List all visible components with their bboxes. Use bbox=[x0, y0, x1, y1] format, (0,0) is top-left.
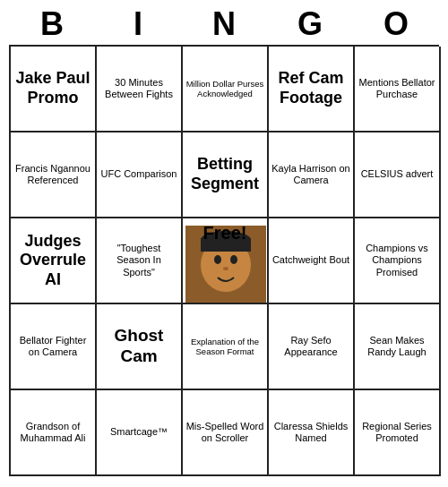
letter-o: O bbox=[353, 5, 439, 43]
cell-text: Explanation of the Season Format bbox=[185, 337, 264, 357]
bingo-cell-r4c2: Mis-Spelled Word on Scroller bbox=[183, 390, 269, 476]
cell-text: Mentions Bellator Purchase bbox=[358, 77, 436, 100]
svg-point-2 bbox=[214, 255, 221, 264]
bingo-cell-r2c1: "Toughest Season In Sports" bbox=[97, 218, 183, 304]
cell-text: Ref Cam Footage bbox=[271, 69, 350, 107]
bingo-cell-r0c4: Mentions Bellator Purchase bbox=[355, 47, 441, 132]
cell-text: Kayla Harrison on Camera bbox=[271, 163, 350, 186]
bingo-cell-r0c3: Ref Cam Footage bbox=[269, 47, 355, 132]
cell-text: Jake Paul Promo bbox=[13, 69, 92, 107]
cell-text: Ray Sefo Appearance bbox=[271, 335, 350, 358]
bingo-cell-r2c3: Catchweight Bout bbox=[269, 218, 355, 304]
cell-text: Ghost Cam bbox=[99, 326, 178, 367]
bingo-cell-r0c0: Jake Paul Promo bbox=[11, 47, 97, 132]
bingo-cell-r3c0: Bellator Fighter on Camera bbox=[11, 304, 97, 390]
letter-n: N bbox=[181, 5, 267, 43]
bingo-cell-r4c1: Smartcage™ bbox=[97, 390, 183, 476]
bingo-cell-r1c1: UFC Comparison bbox=[97, 132, 183, 218]
bingo-cell-r2c0: Judges Overrule AI bbox=[11, 218, 97, 304]
bingo-cell-r1c4: CELSIUS advert bbox=[355, 132, 441, 218]
bingo-header: B I N G O bbox=[9, 5, 439, 43]
cell-text: CELSIUS advert bbox=[361, 168, 434, 180]
cell-text: Betting Segment bbox=[185, 155, 264, 193]
bingo-cell-r1c0: Francis Ngannou Referenced bbox=[11, 132, 97, 218]
cell-text: Grandson of Muhammad Ali bbox=[13, 421, 92, 444]
bingo-cell-r2c4: Champions vs Champions Promised bbox=[355, 218, 441, 304]
cell-text: Regional Series Promoted bbox=[358, 421, 436, 444]
cell-text: Bellator Fighter on Camera bbox=[13, 335, 92, 358]
bingo-cell-r3c4: Sean Makes Randy Laugh bbox=[355, 304, 441, 390]
letter-b: B bbox=[9, 5, 95, 43]
cell-text: Judges Overrule AI bbox=[13, 232, 92, 290]
bingo-cell-r4c4: Regional Series Promoted bbox=[355, 390, 441, 476]
cell-text: Catchweight Bout bbox=[272, 254, 349, 266]
cell-text: Francis Ngannou Referenced bbox=[13, 163, 92, 186]
bingo-cell-r3c3: Ray Sefo Appearance bbox=[269, 304, 355, 390]
cell-text: Million Dollar Purses Acknowledged bbox=[185, 79, 264, 99]
free-label: Free! bbox=[203, 222, 247, 244]
bingo-cell-r0c1: 30 Minutes Between Fights bbox=[97, 47, 183, 132]
bingo-cell-r2c2: Free! bbox=[183, 218, 269, 304]
bingo-cell-r3c2: Explanation of the Season Format bbox=[183, 304, 269, 390]
bingo-cell-r4c3: Claressa Shields Named bbox=[269, 390, 355, 476]
letter-i: I bbox=[95, 5, 181, 43]
bingo-cell-r1c3: Kayla Harrison on Camera bbox=[269, 132, 355, 218]
svg-point-4 bbox=[223, 267, 228, 270]
bingo-cell-r3c1: Ghost Cam bbox=[97, 304, 183, 390]
bingo-grid: Jake Paul Promo30 Minutes Between Fights… bbox=[9, 45, 439, 476]
svg-point-3 bbox=[230, 255, 237, 264]
bingo-cell-r1c2: Betting Segment bbox=[183, 132, 269, 218]
letter-g: G bbox=[267, 5, 353, 43]
cell-text: Claressa Shields Named bbox=[271, 421, 350, 444]
bingo-cell-r0c2: Million Dollar Purses Acknowledged bbox=[183, 47, 269, 132]
cell-text: Champions vs Champions Promised bbox=[358, 243, 436, 278]
cell-text: Sean Makes Randy Laugh bbox=[358, 335, 436, 358]
bingo-cell-r4c0: Grandson of Muhammad Ali bbox=[11, 390, 97, 476]
cell-text: 30 Minutes Between Fights bbox=[99, 77, 178, 100]
cell-text: Smartcage™ bbox=[110, 426, 168, 438]
cell-text: UFC Comparison bbox=[101, 168, 177, 180]
cell-text: "Toughest Season In Sports" bbox=[99, 243, 178, 278]
cell-text: Mis-Spelled Word on Scroller bbox=[185, 421, 264, 444]
